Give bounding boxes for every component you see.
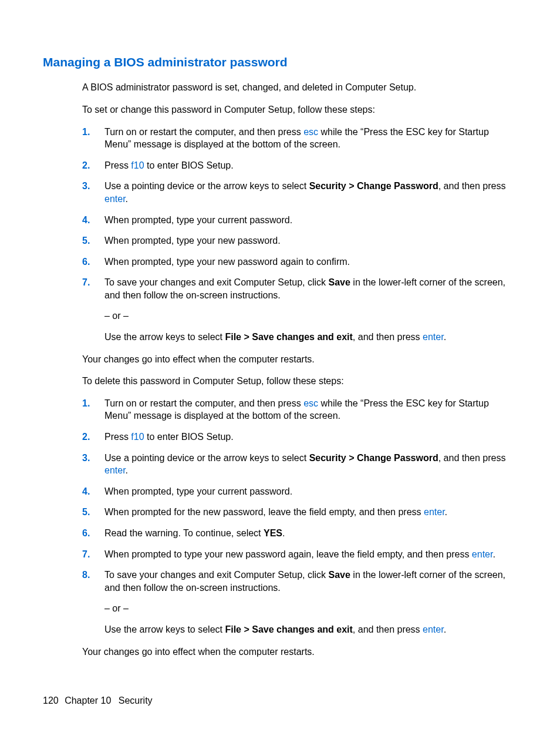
intro-paragraph-3: To delete this password in Computer Setu… xyxy=(82,375,517,388)
step-number: 4. xyxy=(82,485,104,498)
text-run: . xyxy=(126,194,128,204)
step-item: 4. When prompted, type your current pass… xyxy=(82,214,517,227)
step-number: 1. xyxy=(82,126,104,151)
page-number: 120 xyxy=(43,695,59,705)
chapter-title: Security xyxy=(119,695,153,705)
text-run: Press xyxy=(104,432,131,442)
ui-element: YES xyxy=(264,528,282,538)
step-text: Read the warning. To continue, select YE… xyxy=(104,527,517,540)
text-run: . xyxy=(282,528,285,538)
step-number: 7. xyxy=(82,276,104,343)
ui-element: Save xyxy=(329,570,350,580)
text-run: . xyxy=(445,507,447,517)
step-text: When prompted, type your current passwor… xyxy=(104,214,517,227)
text-run: . xyxy=(492,549,495,559)
text-run: Press xyxy=(104,160,131,170)
chapter-label: Chapter 10 xyxy=(65,695,111,705)
step-text: Use a pointing device or the arrow keys … xyxy=(104,452,517,477)
step-item: 7. When prompted to type your new passwo… xyxy=(82,548,517,561)
step-item: 8. To save your changes and exit Compute… xyxy=(82,569,517,636)
key-enter: enter xyxy=(104,194,126,204)
key-enter: enter xyxy=(423,624,444,634)
text-run: . xyxy=(126,465,128,475)
step-text: When prompted to type your new password … xyxy=(104,548,517,561)
text-run: . xyxy=(444,624,446,634)
text-run: When prompted to type your new password … xyxy=(104,549,472,559)
text-run: to enter BIOS Setup. xyxy=(144,432,234,442)
step-item: 6. Read the warning. To continue, select… xyxy=(82,527,517,540)
key-esc: esc xyxy=(303,127,318,137)
text-run: To save your changes and exit Computer S… xyxy=(104,570,329,580)
text-run: Use the arrow keys to select xyxy=(104,624,225,634)
ui-element: Save xyxy=(329,277,350,287)
menu-path: File > Save changes and exit xyxy=(225,624,352,634)
step-item: 7. To save your changes and exit Compute… xyxy=(82,276,517,343)
step-item: 1. Turn on or restart the computer, and … xyxy=(82,397,517,422)
text-run: , and then press xyxy=(353,332,423,342)
step-number: 3. xyxy=(82,452,104,477)
section-body: A BIOS administrator password is set, ch… xyxy=(82,81,517,658)
step-number: 1. xyxy=(82,397,104,422)
step-number: 2. xyxy=(82,159,104,172)
step-item: 6. When prompted, type your new password… xyxy=(82,256,517,268)
step-number: 5. xyxy=(82,234,104,247)
step-alt: Use the arrow keys to select File > Save… xyxy=(104,331,517,344)
set-password-steps: 1. Turn on or restart the computer, and … xyxy=(82,126,517,344)
step-text: To save your changes and exit Computer S… xyxy=(104,569,517,636)
step-text: When prompted, type your new password ag… xyxy=(104,256,517,268)
key-enter: enter xyxy=(472,549,493,559)
intro-paragraph-2: To set or change this password in Comput… xyxy=(82,103,517,116)
key-f10: f10 xyxy=(131,160,144,170)
menu-path: Security > Change Password xyxy=(309,453,438,463)
key-f10: f10 xyxy=(131,432,144,442)
delete-password-steps: 1. Turn on or restart the computer, and … xyxy=(82,397,517,636)
step-number: 8. xyxy=(82,569,104,636)
text-run: Use a pointing device or the arrow keys … xyxy=(104,181,309,191)
step-number: 2. xyxy=(82,431,104,443)
text-run: , and then press xyxy=(438,181,506,191)
after-paragraph-2: Your changes go into effect when the com… xyxy=(82,646,517,658)
key-esc: esc xyxy=(303,398,318,408)
step-item: 2. Press f10 to enter BIOS Setup. xyxy=(82,159,517,172)
or-separator: – or – xyxy=(104,602,517,615)
step-number: 5. xyxy=(82,506,104,519)
step-text: Turn on or restart the computer, and the… xyxy=(104,126,517,151)
step-number: 7. xyxy=(82,548,104,561)
text-run: Read the warning. To continue, select xyxy=(104,528,264,538)
step-item: 2. Press f10 to enter BIOS Setup. xyxy=(82,431,517,443)
step-text: When prompted, type your current passwor… xyxy=(104,485,517,498)
menu-path: File > Save changes and exit xyxy=(225,332,352,342)
step-text: Use a pointing device or the arrow keys … xyxy=(104,180,517,205)
text-run: Use a pointing device or the arrow keys … xyxy=(104,453,309,463)
step-item: 5. When prompted for the new password, l… xyxy=(82,506,517,519)
step-text: To save your changes and exit Computer S… xyxy=(104,276,517,343)
step-item: 5. When prompted, type your new password… xyxy=(82,234,517,247)
menu-path: Security > Change Password xyxy=(309,181,438,191)
text-run: Turn on or restart the computer, and the… xyxy=(104,398,303,408)
text-run: . xyxy=(444,332,446,342)
step-item: 3. Use a pointing device or the arrow ke… xyxy=(82,180,517,205)
step-item: 4. When prompted, type your current pass… xyxy=(82,485,517,498)
key-enter: enter xyxy=(423,332,444,342)
text-run: , and then press xyxy=(353,624,423,634)
step-alt: Use the arrow keys to select File > Save… xyxy=(104,623,517,636)
step-number: 3. xyxy=(82,180,104,205)
key-enter: enter xyxy=(424,507,445,517)
step-number: 6. xyxy=(82,527,104,540)
step-text: When prompted, type your new password. xyxy=(104,234,517,247)
document-page: Managing a BIOS administrator password A… xyxy=(0,0,560,746)
text-run: Use the arrow keys to select xyxy=(104,332,225,342)
page-footer: 120 Chapter 10 Security xyxy=(43,694,153,707)
section-heading: Managing a BIOS administrator password xyxy=(43,54,517,70)
text-run: When prompted for the new password, leav… xyxy=(104,507,424,517)
text-run: to enter BIOS Setup. xyxy=(144,160,234,170)
text-run: To save your changes and exit Computer S… xyxy=(104,277,329,287)
intro-paragraph: A BIOS administrator password is set, ch… xyxy=(82,81,517,94)
step-text: Press f10 to enter BIOS Setup. xyxy=(104,159,517,172)
text-run: , and then press xyxy=(438,453,506,463)
step-text: Press f10 to enter BIOS Setup. xyxy=(104,431,517,443)
step-item: 3. Use a pointing device or the arrow ke… xyxy=(82,452,517,477)
step-item: 1. Turn on or restart the computer, and … xyxy=(82,126,517,151)
step-number: 6. xyxy=(82,256,104,268)
step-text: When prompted for the new password, leav… xyxy=(104,506,517,519)
